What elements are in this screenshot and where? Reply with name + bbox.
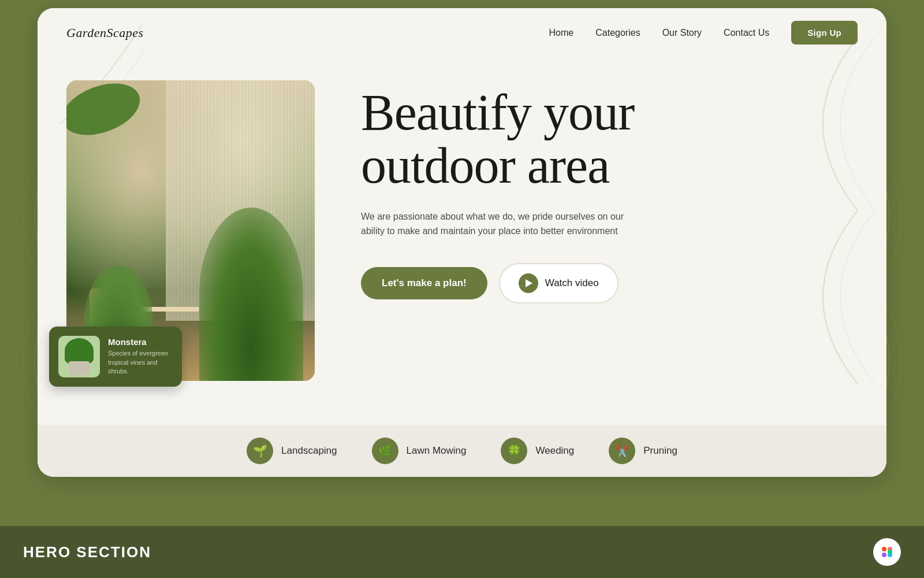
watch-video-label: Watch video: [545, 277, 599, 289]
weeding-label: Weeding: [535, 445, 574, 457]
hero-title: Beautify your outdoor area: [361, 86, 858, 193]
monstera-card: Monstera Species of evergreen tropical v…: [49, 327, 182, 387]
nav-links: Home Categories Our Story Contact Us Sig…: [549, 21, 858, 45]
main-card: GardenScapes Home Categories Our Story C…: [38, 8, 886, 477]
nav-our-story[interactable]: Our Story: [662, 28, 702, 38]
service-landscaping: 🌱 Landscaping: [247, 438, 337, 464]
landscaping-icon: 🌱: [247, 438, 273, 464]
section-label: HERO SECTION: [23, 543, 151, 561]
monstera-name: Monstera: [108, 337, 173, 347]
cta-plan-button[interactable]: Let's make a plan!: [361, 267, 487, 299]
hero-subtitle: We are passionate about what we do, we p…: [361, 209, 644, 239]
cta-video-button[interactable]: Watch video: [499, 263, 619, 303]
play-triangle-icon: [526, 279, 532, 287]
play-icon: [519, 273, 538, 293]
monstera-info: Monstera Species of evergreen tropical v…: [108, 337, 173, 376]
weeding-icon: 🍀: [501, 438, 527, 464]
nav-categories[interactable]: Categories: [595, 28, 640, 38]
svg-rect-2: [882, 553, 886, 557]
monstera-description: Species of evergreen tropical vines and …: [108, 349, 173, 376]
service-lawn-mowing: 🌿 Lawn Mowing: [372, 438, 467, 464]
monstera-image: [58, 336, 100, 377]
nav-home[interactable]: Home: [549, 28, 574, 38]
signup-button[interactable]: Sign Up: [791, 21, 858, 45]
figma-badge: [873, 538, 901, 566]
pruning-icon: ✂️: [609, 438, 635, 464]
hero-content: Beautify your outdoor area We are passio…: [315, 75, 858, 303]
lawn-mowing-label: Lawn Mowing: [407, 445, 467, 457]
logo: GardenScapes: [66, 25, 144, 40]
figma-icon: [880, 544, 895, 560]
bottom-bar: HERO SECTION: [0, 526, 924, 578]
nav-contact-us[interactable]: Contact Us: [724, 28, 769, 38]
svg-rect-0: [882, 547, 886, 551]
hero-buttons: Let's make a plan! Watch video: [361, 263, 858, 303]
hero-image-container: Monstera Species of evergreen tropical v…: [66, 80, 315, 381]
hero-section: Monstera Species of evergreen tropical v…: [38, 57, 886, 419]
service-weeding: 🍀 Weeding: [501, 438, 574, 464]
services-bar: 🌱 Landscaping 🌿 Lawn Mowing 🍀 Weeding ✂️…: [38, 425, 886, 477]
svg-point-4: [888, 550, 892, 554]
pruning-label: Pruning: [643, 445, 677, 457]
navbar: GardenScapes Home Categories Our Story C…: [38, 8, 886, 57]
service-pruning: ✂️ Pruning: [609, 438, 677, 464]
lawn-mowing-icon: 🌿: [372, 438, 398, 464]
landscaping-label: Landscaping: [281, 445, 337, 457]
